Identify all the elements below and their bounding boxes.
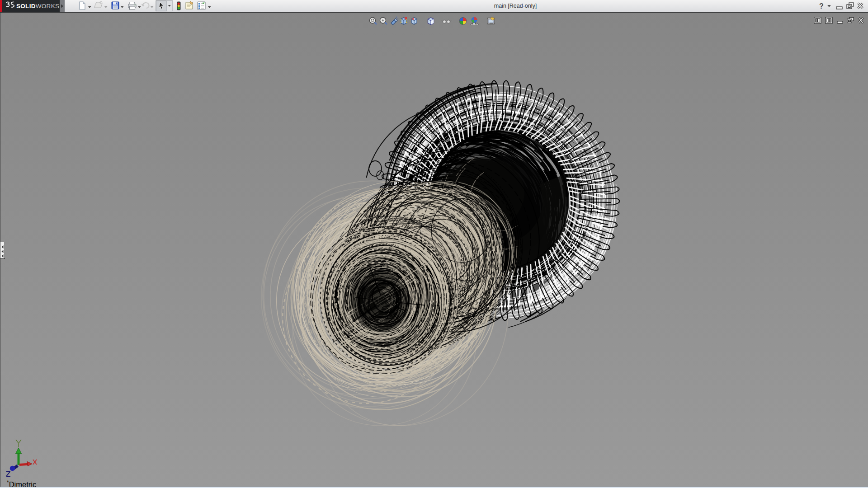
svg-text:?: ? <box>819 2 824 10</box>
svg-text:SOLIDWORKS: SOLIDWORKS <box>16 3 59 9</box>
